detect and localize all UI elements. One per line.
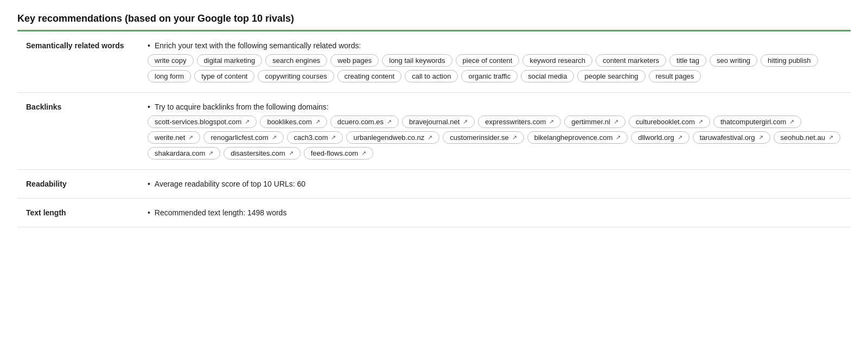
semantic-tag: search engines [265, 54, 327, 67]
readability-row: Readability • Average readability score … [17, 170, 851, 199]
backlink-domain-tag[interactable]: thatcomputergirl.com↗ [713, 116, 801, 128]
backlink-domain-tag[interactable]: customerinsider.se↗ [443, 131, 524, 144]
semantic-tag: hitting publish [761, 54, 818, 67]
readability-text: Average readability score of top 10 URLs… [155, 180, 305, 188]
backlinks-intro: Try to acquire backlinks from the follow… [155, 103, 329, 111]
external-link-icon: ↗ [616, 134, 621, 141]
bullet-4: • [148, 208, 152, 217]
semantic-tag: seo writing [710, 54, 757, 67]
semantically-related-tags: write copydigital marketingsearch engine… [148, 54, 842, 82]
external-link-icon: ↗ [549, 118, 554, 125]
external-link-icon: ↗ [758, 134, 763, 141]
backlink-domain-tag[interactable]: dllworld.org↗ [631, 131, 689, 144]
backlink-domain-tag[interactable]: bravejournal.net↗ [402, 116, 475, 128]
backlinks-row: Backlinks • Try to acquire backlinks fro… [17, 93, 851, 170]
external-link-icon: ↗ [789, 118, 794, 125]
semantically-related-row: Semantically related words • Enrich your… [17, 31, 851, 93]
semantic-tag: web pages [330, 54, 379, 67]
readability-content: • Average readability score of top 10 UR… [137, 170, 851, 199]
semantic-tag: call to action [405, 70, 458, 82]
backlinks-content: • Try to acquire backlinks from the foll… [137, 93, 851, 170]
semantically-related-content: • Enrich your text with the following se… [137, 31, 851, 93]
backlink-domain-tag[interactable]: gertimmer.nl↗ [564, 116, 626, 128]
external-link-icon: ↗ [387, 118, 392, 125]
external-link-icon: ↗ [315, 118, 320, 125]
external-link-icon: ↗ [331, 134, 336, 141]
semantic-tag: people searching [577, 70, 645, 82]
external-link-icon: ↗ [427, 134, 432, 141]
backlink-domain-tag[interactable]: culturebooklet.com↗ [629, 116, 710, 128]
backlink-domain-tag[interactable]: expresswriters.com↗ [478, 116, 561, 128]
semantic-tag: social media [521, 70, 574, 82]
external-link-icon: ↗ [614, 118, 618, 125]
external-link-icon: ↗ [188, 134, 193, 141]
text-length-content: • Recommended text length: 1498 words [137, 199, 851, 227]
bullet-2: • [148, 103, 150, 111]
semantic-tag: creating content [337, 70, 402, 82]
backlink-domain-tag[interactable]: urbanlegendweb.co.nz↗ [346, 131, 439, 144]
external-link-icon: ↗ [678, 134, 682, 141]
semantic-tag: write copy [148, 54, 194, 67]
bullet-3: • [148, 180, 152, 188]
recommendations-table: Semantically related words • Enrich your… [17, 31, 851, 227]
external-link-icon: ↗ [361, 150, 366, 157]
semantic-tag: content marketers [596, 54, 666, 67]
backlink-domain-tag[interactable]: taruwafestival.org↗ [693, 131, 770, 144]
external-link-icon: ↗ [698, 118, 703, 125]
external-link-icon: ↗ [828, 134, 833, 141]
backlink-domain-tag[interactable]: booklikes.com↗ [260, 116, 327, 128]
external-link-icon: ↗ [289, 150, 293, 157]
external-link-icon: ↗ [208, 150, 213, 157]
semantically-related-intro: Enrich your text with the following sema… [155, 41, 361, 50]
backlinks-label: Backlinks [17, 93, 137, 170]
backlink-domain-tag[interactable]: shakardara.com↗ [148, 147, 220, 159]
backlink-domain-tag[interactable]: seohub.net.au↗ [774, 131, 840, 144]
readability-label: Readability [17, 170, 137, 199]
semantic-tag: copywriting courses [258, 70, 334, 82]
text-length-text: Recommended text length: 1498 words [155, 208, 287, 217]
semantic-tag: result pages [649, 70, 701, 82]
backlink-domain-tag[interactable]: disastersites.com↗ [224, 147, 300, 159]
semantic-tag: title tag [669, 54, 706, 67]
backlinks-tags: scott-services.blogspot.com↗booklikes.co… [148, 116, 842, 159]
semantic-tag: long tail keywords [382, 54, 452, 67]
external-link-icon: ↗ [272, 134, 277, 141]
semantically-related-label: Semantically related words [17, 31, 137, 93]
semantic-tag: digital marketing [197, 54, 263, 67]
semantic-tag: organic traffic [461, 70, 518, 82]
external-link-icon: ↗ [512, 134, 517, 141]
backlink-domain-tag[interactable]: bikelangheprovence.com↗ [527, 131, 628, 144]
text-length-label: Text length [17, 199, 137, 227]
backlink-domain-tag[interactable]: dcuero.com.es↗ [330, 116, 399, 128]
semantic-tag: keyword research [522, 54, 592, 67]
backlink-domain-tag[interactable]: werite.net↗ [148, 131, 200, 144]
backlink-domain-tag[interactable]: cach3.com↗ [287, 131, 343, 144]
semantic-tag: piece of content [456, 54, 520, 67]
semantic-tag: long form [148, 70, 191, 82]
page-title: Key recommendations (based on your Googl… [17, 13, 851, 24]
external-link-icon: ↗ [463, 118, 468, 125]
bullet-1: • [148, 41, 150, 50]
backlink-domain-tag[interactable]: feed-flows.com↗ [304, 147, 373, 159]
backlink-domain-tag[interactable]: renogarlicfest.com↗ [203, 131, 283, 144]
text-length-row: Text length • Recommended text length: 1… [17, 199, 851, 227]
external-link-icon: ↗ [245, 118, 250, 125]
semantic-tag: type of content [194, 70, 254, 82]
backlink-domain-tag[interactable]: scott-services.blogspot.com↗ [148, 116, 257, 128]
